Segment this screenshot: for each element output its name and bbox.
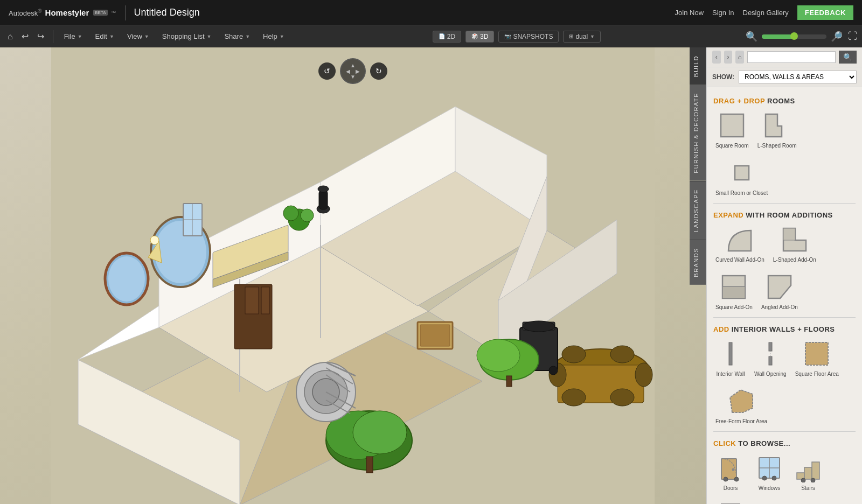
- sidebar-tabs: BUILD FURNISH & DECORATE LANDSCAPE BRAND…: [690, 47, 706, 301]
- windows-browse-item[interactable]: Windows: [752, 451, 787, 494]
- svg-rect-42: [506, 376, 512, 387]
- view-2d-button[interactable]: 📄 2D: [433, 31, 461, 43]
- interior-wall-icon: [715, 339, 746, 369]
- svg-point-22: [562, 346, 586, 363]
- furnish-decorate-tab[interactable]: FURNISH & DECORATE: [690, 85, 706, 181]
- sidebar-forward-button[interactable]: ›: [724, 51, 733, 64]
- curved-wall-addon-item[interactable]: Curved Wall Add-On: [713, 222, 767, 265]
- stairs-browse-item[interactable]: Stairs: [791, 451, 825, 494]
- browse-section-title: CLICK TO BROWSE...: [713, 434, 856, 451]
- divider-1: [713, 203, 856, 204]
- shopping-list-menu[interactable]: Shopping List ▼: [157, 30, 217, 43]
- square-addon-item[interactable]: Square Add-On: [713, 270, 755, 313]
- dual-button[interactable]: ⊞ dual ▼: [563, 31, 601, 43]
- interior-walls-grid: Interior Wall Wall Opening: [713, 337, 856, 427]
- edit-menu[interactable]: Edit ▼: [90, 30, 120, 43]
- interior-wall-item[interactable]: Interior Wall: [713, 337, 748, 380]
- home-button[interactable]: ⌂: [4, 30, 16, 44]
- angled-addon-item[interactable]: Angled Add-On: [759, 270, 800, 313]
- svg-point-39: [301, 209, 314, 222]
- svg-rect-89: [804, 467, 812, 479]
- feedback-button[interactable]: FEEDBACK: [797, 5, 853, 20]
- zoom-in-button[interactable]: 🔎: [829, 30, 845, 44]
- stairs-label: Stairs: [801, 485, 815, 492]
- doors-browse-item[interactable]: Doors: [713, 451, 748, 494]
- browse-items-grid: Doors Windows: [713, 451, 856, 504]
- square-room-item[interactable]: Square Room: [713, 108, 751, 151]
- sidebar-back-button[interactable]: ‹: [712, 51, 721, 64]
- free-form-floor-icon: [726, 386, 756, 416]
- zoom-slider[interactable]: [762, 34, 826, 39]
- sidebar-content: DRAG + DROP ROOMS Square Room: [707, 87, 862, 504]
- svg-point-24: [562, 389, 586, 406]
- svg-point-27: [635, 363, 652, 387]
- help-menu[interactable]: Help ▼: [258, 30, 290, 43]
- small-room-item[interactable]: Small Room or Closet: [713, 156, 770, 199]
- design-gallery-link[interactable]: Design Gallery: [743, 9, 789, 17]
- expand-section-title: EXPAND WITH ROOM ADDITIONS: [713, 206, 856, 222]
- svg-rect-75: [769, 356, 772, 365]
- nav-pan-control[interactable]: ▲ ◀ ▶ ▼: [340, 58, 366, 84]
- show-dropdown[interactable]: ROOMS, WALLS & AREAS ALL ROOMS ONLY: [739, 71, 857, 83]
- expand-rooms-grid: Curved Wall Add-On L-Shaped Add-On: [713, 222, 856, 313]
- autodesk-logo-text: Autodesk®: [9, 8, 42, 17]
- square-room-label: Square Room: [715, 143, 749, 149]
- l-shaped-addon-item[interactable]: L-Shaped Add-On: [771, 222, 818, 265]
- stairs-icon: [793, 453, 823, 483]
- file-menu[interactable]: File ▼: [59, 30, 88, 43]
- build-tab[interactable]: BUILD: [690, 47, 706, 85]
- square-floor-area-label: Square Floor Area: [795, 371, 839, 377]
- nav-rotate-left[interactable]: ↺: [318, 62, 336, 80]
- canvas-area[interactable]: ↺ ▲ ◀ ▶ ▼ ↻ #nav-control { position: [0, 47, 706, 504]
- nav-rotate-right[interactable]: ↻: [370, 62, 387, 80]
- menu-bar: ⌂ ↩ ↪ File ▼ Edit ▼ View ▼ Shopping List…: [0, 26, 862, 47]
- l-shaped-room-item[interactable]: L-Shaped Room: [755, 108, 799, 151]
- view-3d-button[interactable]: 🎲 3D: [465, 31, 494, 43]
- free-form-floor-item[interactable]: Free-Form Floor Area: [713, 384, 769, 427]
- svg-rect-19: [261, 287, 269, 314]
- wall-opening-item[interactable]: Wall Opening: [752, 337, 789, 380]
- svg-marker-66: [766, 114, 782, 137]
- svg-marker-78: [730, 390, 753, 412]
- svg-point-32: [549, 366, 558, 375]
- curved-wall-addon-icon: [725, 225, 755, 255]
- square-addon-label: Square Add-On: [715, 304, 753, 311]
- square-addon-icon: [719, 272, 749, 302]
- snapshots-button[interactable]: 📷 SNAPSHOTS: [498, 31, 559, 43]
- svg-point-23: [610, 346, 634, 363]
- landscape-tab[interactable]: LANDSCAPE: [690, 181, 706, 240]
- svg-point-82: [734, 477, 739, 481]
- view-menu[interactable]: View ▼: [122, 30, 155, 43]
- l-shaped-addon-icon: [780, 225, 810, 255]
- svg-rect-90: [812, 462, 819, 479]
- svg-point-35: [353, 411, 407, 454]
- nav-control: ↺ ▲ ◀ ▶ ▼ ↻: [318, 58, 387, 84]
- top-right-links: Join Now Sign In Design Gallery FEEDBACK: [675, 5, 853, 20]
- sidebar-search-button[interactable]: 🔍: [839, 51, 857, 64]
- room-3d-viewport[interactable]: ↺ ▲ ◀ ▶ ▼ ↻ #nav-control { position: [0, 47, 706, 504]
- join-now-link[interactable]: Join Now: [675, 9, 704, 17]
- interior-wall-label: Interior Wall: [717, 371, 745, 377]
- sidebar-search-input[interactable]: [747, 51, 836, 63]
- square-floor-area-icon: [802, 339, 832, 369]
- brands-tab[interactable]: BRANDS: [690, 240, 706, 285]
- redo-button[interactable]: ↪: [34, 29, 47, 44]
- fireplaces-browse-item[interactable]: Fireplaces: [713, 498, 748, 504]
- sign-in-link[interactable]: Sign In: [712, 9, 734, 17]
- project-title: Untitled Design: [134, 7, 200, 18]
- l-shaped-room-label: L-Shaped Room: [757, 143, 797, 149]
- sidebar-home-button[interactable]: ⌂: [735, 51, 744, 64]
- windows-label: Windows: [759, 485, 781, 492]
- small-room-label: Small Room or Closet: [715, 190, 768, 197]
- zoom-out-button[interactable]: 🔍: [743, 30, 760, 44]
- fireplaces-icon: [715, 500, 746, 504]
- share-menu[interactable]: Share ▼: [219, 30, 255, 43]
- spiral-staircase: [296, 362, 356, 422]
- beta-badge: BETA: [93, 10, 107, 16]
- fullscreen-button[interactable]: ⛶: [848, 31, 858, 42]
- svg-point-38: [283, 206, 298, 221]
- windows-icon: [754, 453, 784, 483]
- undo-button[interactable]: ↩: [18, 29, 32, 44]
- menu-bar-left: ⌂ ↩ ↪ File ▼ Edit ▼ View ▼ Shopping List…: [4, 29, 290, 44]
- square-floor-area-item[interactable]: Square Floor Area: [793, 337, 841, 380]
